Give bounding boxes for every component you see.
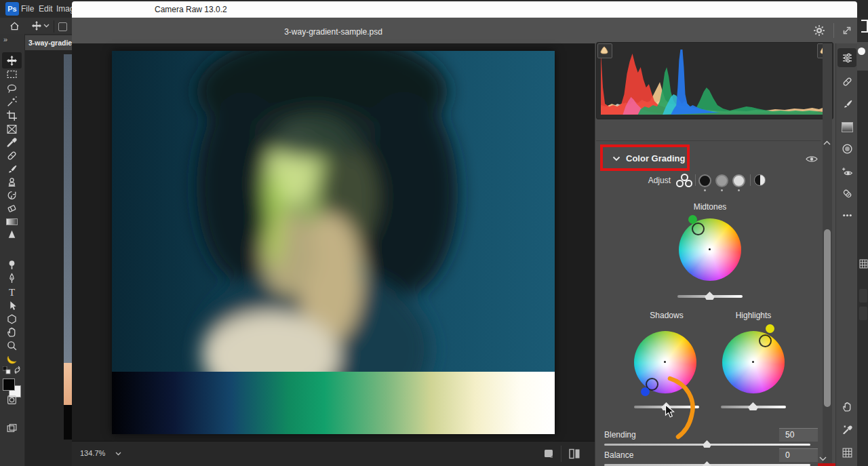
expand-dialog-button[interactable] <box>842 25 852 36</box>
frame-tool-button[interactable] <box>6 123 18 136</box>
dock-block <box>857 42 868 71</box>
menu-file[interactable]: File <box>21 4 34 14</box>
dodge-tool-button[interactable] <box>6 259 18 271</box>
dock-block <box>859 289 867 303</box>
home-icon[interactable] <box>9 21 20 31</box>
more-options-button[interactable] <box>842 210 853 221</box>
red-eye-tool-button[interactable] <box>842 166 853 177</box>
divider <box>54 20 54 33</box>
highlights-hue-selector[interactable] <box>759 334 772 347</box>
gradient-tool-button[interactable] <box>6 216 18 228</box>
banana-icon <box>6 353 18 365</box>
shape-tool-button[interactable] <box>6 313 18 326</box>
foreground-color-swatch[interactable] <box>3 378 15 391</box>
swap-colors-icon[interactable] <box>13 366 22 374</box>
midtones-color-wheel[interactable] <box>679 218 741 281</box>
adjust-highlights-button[interactable] <box>732 174 745 187</box>
shadows-active-dot <box>704 189 706 191</box>
shadow-clipping-indicator[interactable] <box>597 43 612 58</box>
toolbar-collapse-button[interactable]: » <box>3 35 7 43</box>
camera-raw-title: Camera Raw 13.0.2 <box>155 5 227 14</box>
document-tab[interactable]: 3-way-gradien <box>25 35 76 50</box>
preview-mode-button[interactable] <box>544 449 554 459</box>
masking-brush-button[interactable] <box>842 98 853 110</box>
marquee-tool-button[interactable] <box>6 69 18 81</box>
eraser-tool-button[interactable] <box>6 203 18 215</box>
marquee-icon <box>6 69 18 80</box>
magic-wand-tool-button[interactable] <box>6 96 18 109</box>
histogram[interactable] <box>596 42 833 119</box>
highlights-luminance-thumb[interactable] <box>748 402 758 410</box>
image-canvas[interactable] <box>72 43 595 441</box>
midtones-hue-selector[interactable] <box>692 222 705 235</box>
dodge-icon <box>6 259 18 271</box>
mini-swatches-icon[interactable] <box>3 366 11 374</box>
adjust-three-way-button[interactable] <box>676 174 690 187</box>
move-tool-button[interactable] <box>6 55 18 67</box>
graduated-filter-button[interactable] <box>842 121 853 132</box>
lasso-tool-button[interactable] <box>6 83 18 95</box>
highlights-color-wheel[interactable] <box>722 331 785 393</box>
adjust-shadows-button[interactable] <box>698 174 711 187</box>
panel-scrollbar-thumb[interactable] <box>824 229 831 407</box>
crop-tool-button[interactable] <box>6 110 18 122</box>
histogram-plot <box>599 47 830 115</box>
midtones-luminance-thumb[interactable] <box>705 292 715 300</box>
banana-tool-button[interactable] <box>6 353 18 366</box>
history-brush-tool-button[interactable] <box>6 190 18 202</box>
graduated-filter-icon <box>842 122 853 132</box>
zoom-tool-button[interactable] <box>6 340 18 352</box>
white-balance-eyedropper-button[interactable] <box>842 424 853 435</box>
adjust-global-button[interactable] <box>754 174 766 186</box>
healing-tool-button[interactable] <box>842 76 853 88</box>
magic-wand-icon <box>6 96 18 108</box>
camera-raw-title-bar[interactable]: Camera Raw 13.0.2 <box>72 1 857 18</box>
blending-value-input[interactable]: 50 <box>779 428 818 442</box>
camera-raw-tool-strip <box>835 43 858 466</box>
clone-stamp-tool-button[interactable] <box>6 176 18 189</box>
blur-tool-button[interactable] <box>6 229 18 241</box>
path-select-tool-button[interactable] <box>6 300 18 312</box>
portrait-photo <box>112 51 555 372</box>
adjust-midtones-button[interactable] <box>715 174 728 187</box>
open-filename: 3-way-gradient-sample.psd <box>72 27 595 37</box>
settings-gear-button[interactable] <box>813 24 825 37</box>
clipped-round-icon <box>858 47 865 55</box>
menu-edit[interactable]: Edit <box>39 4 53 14</box>
edit-tool-button[interactable] <box>842 52 853 64</box>
screen-mode-icon <box>6 423 18 434</box>
scroll-down-chevron[interactable] <box>819 457 827 461</box>
midtones-active-dot <box>721 189 723 191</box>
wheel-center-dot <box>709 248 711 250</box>
panel-scrollbar[interactable] <box>823 43 832 466</box>
presets-button[interactable] <box>842 188 853 199</box>
color-grading-visibility-toggle[interactable] <box>806 155 818 163</box>
hand-tool-button[interactable] <box>842 401 853 412</box>
brush-tool-button[interactable] <box>6 163 18 176</box>
frame-icon <box>6 123 18 135</box>
chevron-down-icon[interactable] <box>43 24 50 28</box>
radial-filter-button[interactable] <box>842 143 853 155</box>
hand-tool-button[interactable] <box>6 326 18 338</box>
move-icon <box>6 55 18 66</box>
eyedropper-icon <box>6 137 18 149</box>
balance-value-input[interactable]: 0 <box>779 448 818 462</box>
blur-icon <box>6 229 18 240</box>
chevron-down-icon[interactable] <box>115 452 121 456</box>
spot-healing-tool-button[interactable] <box>6 150 18 162</box>
auto-select-checkbox[interactable] <box>58 22 67 31</box>
eyedropper-tool-button[interactable] <box>6 137 18 149</box>
screen-mode-button[interactable] <box>6 423 18 435</box>
type-tool-button[interactable]: T <box>6 286 18 298</box>
eraser-icon <box>6 203 18 214</box>
path-select-icon <box>6 300 18 311</box>
scroll-up-chevron[interactable] <box>823 140 831 145</box>
quick-mask-button[interactable] <box>6 394 18 406</box>
pen-tool-button[interactable] <box>6 273 18 285</box>
section-divider <box>596 140 821 141</box>
zoom-level-dropdown[interactable]: 134.7% <box>80 449 105 457</box>
before-after-view-button[interactable] <box>569 448 580 459</box>
move-tool-options-icon[interactable] <box>31 20 42 31</box>
toggle-grid-button[interactable] <box>842 447 853 459</box>
history-brush-icon <box>6 190 18 201</box>
